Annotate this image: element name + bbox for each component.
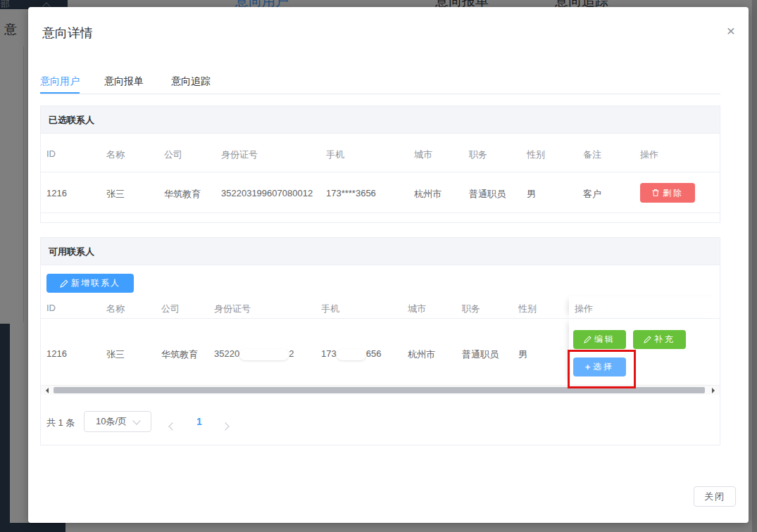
col-idcard: 身份证号 xyxy=(221,148,258,161)
col-gender: 性别 xyxy=(527,148,545,161)
col-phone: 手机 xyxy=(326,148,344,161)
col-job: 职务 xyxy=(462,303,480,315)
col-id: ID xyxy=(46,303,56,313)
delete-button[interactable]: 删除 xyxy=(640,183,695,203)
trash-icon xyxy=(651,189,660,197)
cell-gender: 男 xyxy=(518,348,527,361)
tab-intent-track[interactable]: 意向追踪 xyxy=(171,75,211,88)
select-button-label: 选择 xyxy=(593,361,614,373)
select-button[interactable]: + 选择 xyxy=(573,357,626,376)
add-contact-button[interactable]: 新增联系人 xyxy=(46,274,134,293)
col-company: 公司 xyxy=(164,148,182,161)
col-note: 备注 xyxy=(583,148,601,161)
col-company: 公司 xyxy=(161,303,180,315)
close-icon[interactable]: × xyxy=(722,23,739,39)
cell-company: 华筑教育 xyxy=(161,348,198,361)
col-action: 操作 xyxy=(640,148,658,161)
cell-phone-redacted: 173656 xyxy=(321,348,381,360)
cell-company: 华筑教育 xyxy=(164,188,201,201)
cell-phone: 173****3656 xyxy=(326,188,376,198)
col-city: 城市 xyxy=(414,148,432,161)
cell-city: 杭州市 xyxy=(408,348,435,361)
selected-contacts-section: 已选联系人 ID 名称 公司 身份证号 手机 城市 职务 性别 备注 操作 12… xyxy=(40,106,720,223)
plus-icon: + xyxy=(585,362,591,372)
screen: 意向用户 意向报单 意向追踪 部 意 意向详情 × 意向用户 意向报单 意向追踪… xyxy=(0,0,757,532)
available-contacts-header: 可用联系人 xyxy=(41,238,720,265)
close-dialog-button[interactable]: 关闭 xyxy=(694,486,736,507)
redaction-blur xyxy=(239,349,289,360)
pencil-icon xyxy=(644,336,651,343)
cell-name: 张三 xyxy=(106,188,125,201)
tab-intent-order[interactable]: 意向报单 xyxy=(104,75,144,88)
edit-button-label: 编辑 xyxy=(594,334,615,346)
pencil-icon xyxy=(60,279,68,288)
edit-button[interactable]: 编辑 xyxy=(573,330,626,349)
table-header-row: ID 名称 公司 身份证号 手机 城市 职务 性别 操作 xyxy=(41,296,720,319)
page-size-select[interactable]: 10条/页 xyxy=(84,411,151,432)
cell-job: 普通职员 xyxy=(462,348,499,361)
page-number-1[interactable]: 1 xyxy=(196,416,202,427)
tab-intent-user[interactable]: 意向用户 xyxy=(40,75,80,88)
cell-job: 普通职员 xyxy=(469,188,506,201)
table-row: 1216 张三 华筑教育 352202 173656 杭州市 普通职员 男 编辑 xyxy=(41,319,720,384)
delete-button-label: 删除 xyxy=(663,187,684,199)
next-page-button[interactable] xyxy=(223,419,228,432)
col-name: 名称 xyxy=(106,303,125,315)
dialog-title: 意向详情 xyxy=(42,25,93,42)
col-job: 职务 xyxy=(469,148,487,161)
supplement-button[interactable]: 补充 xyxy=(633,330,686,349)
cell-city: 杭州市 xyxy=(414,188,442,201)
col-name: 名称 xyxy=(106,148,125,161)
idcard-prefix: 35220 xyxy=(214,348,239,359)
tab-bar-divider xyxy=(40,94,720,94)
cell-note: 客户 xyxy=(583,188,601,201)
scroll-left-arrow[interactable] xyxy=(43,388,49,393)
col-action: 操作 xyxy=(575,303,593,315)
redaction-blur xyxy=(337,349,366,360)
page-size-value: 10条/页 xyxy=(96,415,127,428)
phone-suffix: 656 xyxy=(366,348,382,359)
col-id: ID xyxy=(46,148,56,159)
intent-detail-dialog: 意向详情 × 意向用户 意向报单 意向追踪 已选联系人 ID 名称 公司 身份证… xyxy=(28,7,749,523)
col-city: 城市 xyxy=(408,303,426,315)
section-title: 可用联系人 xyxy=(49,246,94,258)
col-idcard: 身份证号 xyxy=(214,303,251,315)
chevron-left-icon xyxy=(168,422,176,430)
phone-prefix: 173 xyxy=(321,348,337,359)
section-title: 已选联系人 xyxy=(49,114,94,127)
col-phone: 手机 xyxy=(321,303,339,315)
cell-id: 1216 xyxy=(46,188,67,198)
idcard-suffix: 2 xyxy=(289,348,294,359)
pagination-total: 共 1 条 xyxy=(46,417,75,429)
col-gender: 性别 xyxy=(518,303,537,315)
cell-gender: 男 xyxy=(527,188,536,201)
cell-id: 1216 xyxy=(46,348,67,359)
chevron-down-icon xyxy=(132,417,140,424)
available-contacts-section: 可用联系人 新增联系人 ID 名称 公司 身份证号 手机 城市 职务 性别 操 xyxy=(40,237,720,445)
scroll-right-arrow[interactable] xyxy=(712,388,718,393)
selected-contacts-header: 已选联系人 xyxy=(41,106,720,134)
cell-idcard: 352203199607080012 xyxy=(221,188,313,198)
table-header-row: ID 名称 公司 身份证号 手机 城市 职务 性别 备注 操作 xyxy=(41,134,720,172)
cell-idcard-redacted: 352202 xyxy=(214,348,294,360)
chevron-right-icon xyxy=(221,422,229,430)
pencil-icon xyxy=(584,336,592,343)
add-contact-label: 新增联系人 xyxy=(71,277,120,289)
table-row: 1216 张三 华筑教育 352203199607080012 173****3… xyxy=(41,172,720,213)
prev-page-button[interactable] xyxy=(170,419,175,432)
supplement-button-label: 补充 xyxy=(654,334,675,346)
cell-name: 张三 xyxy=(106,348,125,361)
